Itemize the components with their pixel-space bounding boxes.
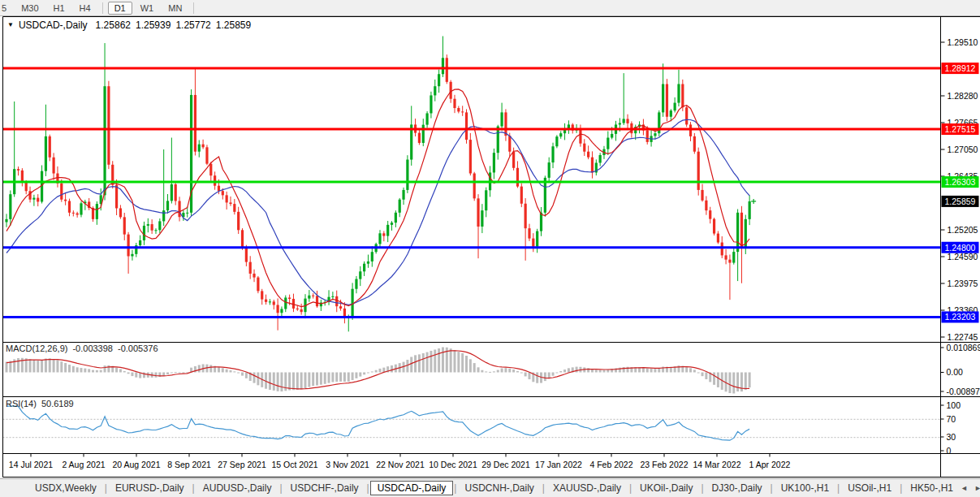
tab-usdcnh-daily[interactable]: USDCNH-,Daily xyxy=(457,481,541,495)
svg-text:0.00: 0.00 xyxy=(947,367,964,377)
svg-text:0: 0 xyxy=(947,446,952,456)
ma-fast-line xyxy=(6,89,749,307)
tab-usdx-weekly[interactable]: USDX,Weekly xyxy=(28,481,104,495)
quote-header: ▼ USDCAD-,Daily 1.25862 1.25939 1.25772 … xyxy=(7,19,251,31)
svg-text:30: 30 xyxy=(947,432,956,442)
tab-audusd-daily[interactable]: AUDUSD-,Daily xyxy=(196,481,279,495)
svg-text:23 Feb 2022: 23 Feb 2022 xyxy=(641,460,689,469)
current-price-marker xyxy=(751,199,756,204)
svg-text:1.24800: 1.24800 xyxy=(945,243,976,253)
tab-usdcad-daily[interactable]: USDCAD-,Daily xyxy=(370,481,454,495)
quote-high: 1.25939 xyxy=(136,19,171,31)
svg-text:14 Jul 2021: 14 Jul 2021 xyxy=(9,460,53,469)
svg-text:22 Nov 2021: 22 Nov 2021 xyxy=(376,460,425,469)
tab-hk50-h1[interactable]: HK50-,H1 xyxy=(903,481,961,495)
tab-ukoil-daily[interactable]: UKOil-,Daily xyxy=(632,481,700,495)
svg-text:1 Apr 2022: 1 Apr 2022 xyxy=(749,460,791,469)
svg-text:17 Jan 2022: 17 Jan 2022 xyxy=(535,460,582,469)
svg-text:100: 100 xyxy=(947,400,961,410)
svg-text:0.010869: 0.010869 xyxy=(947,343,980,352)
rsi-value: 50.6189 xyxy=(41,399,74,408)
svg-text:14 Mar 2022: 14 Mar 2022 xyxy=(693,460,741,469)
trading-platform-window: 5 M30 H1 H4 D1 W1 MN 1.295101.282801.276… xyxy=(0,0,980,497)
svg-text:8 Sep 2021: 8 Sep 2021 xyxy=(167,460,211,469)
rsi-name: RSI(14) xyxy=(6,399,37,408)
price-axis[interactable]: 1.295101.282801.276651.270501.264351.252… xyxy=(941,37,979,342)
price-chart-canvas[interactable]: 1.295101.282801.276651.270501.264351.252… xyxy=(0,0,980,478)
svg-text:70: 70 xyxy=(947,414,956,424)
macd-name: MACD(12,26,9) xyxy=(6,344,67,353)
ma-slow-line xyxy=(6,119,749,305)
tab-eurusd-daily[interactable]: EURUSD-,Daily xyxy=(108,481,192,495)
tab-scroll-right-button[interactable]: ► xyxy=(974,484,980,492)
indicator-axes[interactable]: 0.0108690.00-0.00897410070300 xyxy=(941,343,980,456)
svg-text:4 Feb 2022: 4 Feb 2022 xyxy=(589,460,632,469)
svg-text:-0.008974: -0.008974 xyxy=(947,387,980,396)
svg-text:20 Aug 2021: 20 Aug 2021 xyxy=(113,460,161,469)
quote-open: 1.25862 xyxy=(96,19,131,31)
svg-text:29 Dec 2021: 29 Dec 2021 xyxy=(481,460,530,469)
tab-uk100-h1[interactable]: UK100-,H1 xyxy=(774,481,836,495)
macd-value-signal: -0.005376 xyxy=(118,344,158,353)
quote-close: 1.25859 xyxy=(216,19,251,31)
rsi-line xyxy=(6,406,749,440)
svg-text:1.27050: 1.27050 xyxy=(948,145,978,154)
macd-value-main: -0.003398 xyxy=(72,344,113,353)
svg-text:1.26303: 1.26303 xyxy=(945,177,976,187)
svg-text:1.27515: 1.27515 xyxy=(945,124,976,134)
svg-text:15 Oct 2021: 15 Oct 2021 xyxy=(271,460,317,469)
rsi-indicator-label: RSI(14) 50.6189 xyxy=(6,399,74,408)
horizontal-lines[interactable] xyxy=(3,68,941,317)
tab-scroll-left-button[interactable]: ◄ xyxy=(961,484,968,492)
date-axis[interactable]: 14 Jul 20212 Aug 202120 Aug 20218 Sep 20… xyxy=(9,454,791,470)
tab-scroll-arrows: ◄► xyxy=(961,484,980,492)
svg-text:3 Nov 2021: 3 Nov 2021 xyxy=(326,460,369,469)
rsi-panel xyxy=(3,406,941,440)
macd-indicator-label: MACD(12,26,9) -0.003398 -0.005376 xyxy=(6,344,158,353)
chart-tab-bar: USDX,Weekly|EURUSD-,Daily|AUDUSD-,Daily|… xyxy=(0,478,980,497)
svg-text:2 Aug 2021: 2 Aug 2021 xyxy=(62,460,105,469)
svg-text:1.25859: 1.25859 xyxy=(945,197,976,206)
symbol-dropdown-icon[interactable]: ▼ xyxy=(7,21,14,29)
svg-text:1.25205: 1.25205 xyxy=(948,225,978,235)
svg-text:1.23975: 1.23975 xyxy=(948,279,978,288)
tab-xauusd-daily[interactable]: XAUUSD-,Daily xyxy=(546,481,628,495)
svg-text:10 Dec 2021: 10 Dec 2021 xyxy=(429,460,477,469)
svg-text:27 Sep 2021: 27 Sep 2021 xyxy=(218,460,266,469)
macd-panel xyxy=(6,348,751,394)
symbol-timeframe-label: USDCAD-,Daily xyxy=(19,19,88,31)
tab-dj30-daily[interactable]: DJ30-,Daily xyxy=(705,481,770,495)
quote-low: 1.25772 xyxy=(175,19,210,31)
svg-text:1.22745: 1.22745 xyxy=(948,332,978,342)
tab-usdchf-daily[interactable]: USDCHF-,Daily xyxy=(283,481,366,495)
macd-signal-line xyxy=(6,351,749,389)
svg-text:1.28280: 1.28280 xyxy=(948,91,978,101)
svg-text:1.28912: 1.28912 xyxy=(945,63,976,73)
moving-averages xyxy=(6,89,749,307)
svg-text:1.29510: 1.29510 xyxy=(948,37,978,47)
svg-text:1.23203: 1.23203 xyxy=(945,312,976,322)
tab-usoil-h1[interactable]: USOil-,H1 xyxy=(840,481,899,495)
